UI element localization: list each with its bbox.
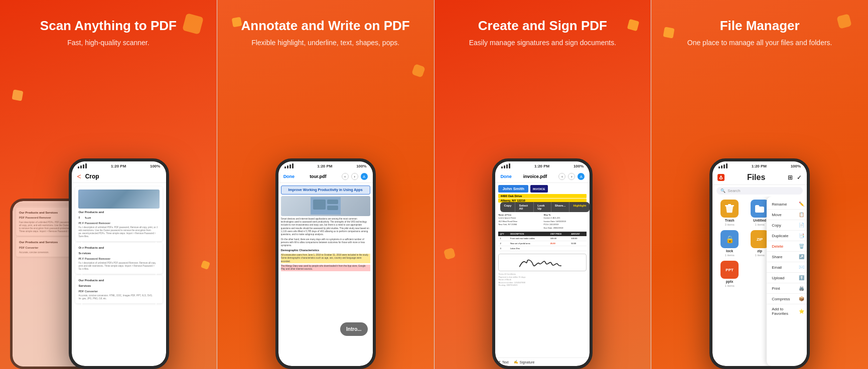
back-arrow-icon[interactable]: <	[77, 172, 81, 180]
invoice-toolbar: ‹ › A	[558, 173, 585, 180]
lock-file-size: 1 items	[725, 254, 734, 257]
phone-front-scan: 1:20 PM 100% < Crop Our Products and S	[69, 158, 169, 369]
statusbar-files: 1:20 PM 100%	[712, 161, 807, 170]
phone-files: 1:20 PM 100% Files ⊞ ✓ 🔍	[709, 158, 810, 369]
scan-title: Scan Anything to PDF	[30, 18, 187, 34]
annotate-icon-next[interactable]: ›	[351, 173, 358, 180]
statusbar-annotate: 1:20 PM 100%	[278, 161, 373, 170]
invoice-content: John Smith INVOICE 4490 Oak Drive Albany…	[495, 183, 590, 357]
invoice-row-1: 1 Front and rear brake cables 100.00 100…	[498, 236, 587, 241]
ctx-delete[interactable]: Delete 🗑️	[767, 241, 807, 252]
ctx-compress[interactable]: Compress 📦	[767, 294, 807, 304]
annotate-content: Improve Working Productivity in Using Ap…	[278, 183, 373, 366]
files-header: Files ⊞ ✓	[712, 170, 807, 185]
text-icon-item[interactable]: T Text	[498, 360, 508, 364]
time-scan: 1:20 PM	[111, 164, 126, 168]
upload-label: Upload	[772, 276, 784, 280]
lock-file-icon: 🔒	[720, 230, 739, 248]
favorites-label: Add to Favorites	[772, 307, 799, 316]
invoice-address: 4490 Oak Drive Albany, NY 12210	[498, 194, 587, 203]
invoice-icon-user[interactable]: A	[577, 173, 585, 180]
grid-icon[interactable]: ⊞	[788, 174, 793, 181]
ctx-favorites[interactable]: Add to Favorites ⭐	[767, 304, 807, 318]
invoice-nav: Done invoice.pdf ‹ › A	[495, 170, 590, 183]
ctx-select-all[interactable]: Select All	[515, 202, 534, 212]
check-icon[interactable]: ✓	[797, 174, 802, 181]
battery-files: 100%	[791, 164, 801, 168]
trash-folder-icon	[720, 200, 739, 218]
annotate-icon-user[interactable]: A	[361, 173, 368, 180]
rename-label: Rename	[772, 202, 787, 207]
ctx-email[interactable]: Email ✉️	[767, 262, 807, 273]
deco-square-3	[201, 260, 210, 270]
svg-rect-6	[728, 204, 731, 206]
doc-image	[78, 190, 160, 209]
sign-subtitle: Easily manage signatures and sign docume…	[454, 38, 631, 48]
ctx-print[interactable]: Print 🖨️	[767, 283, 807, 294]
duplicate-label: Duplicate	[772, 234, 788, 238]
search-placeholder: Search	[728, 189, 740, 193]
files-search-bar[interactable]: 🔍 Search	[716, 187, 803, 195]
ctx-highlight[interactable]: Highlight	[569, 202, 590, 212]
statusbar-scan: 1:20 PM 100%	[72, 161, 166, 170]
invoice-icon-next[interactable]: ›	[568, 173, 575, 180]
copy-icon: 📄	[799, 223, 804, 228]
annotate-toolbar: ‹ › A	[342, 173, 368, 180]
ctx-share[interactable]: Share ↗️	[767, 252, 807, 262]
invoice-terms: Terms & Conditions Payment is due within…	[498, 273, 587, 287]
share-label: Share	[772, 255, 782, 259]
svg-rect-3	[327, 206, 338, 210]
ctx-upload[interactable]: Upload ⬆️	[767, 273, 807, 283]
ctx-copy[interactable]: Copy 📄	[767, 220, 807, 231]
demographic-text-pink: The Allergy Diary was used by people who…	[281, 265, 370, 271]
ctx-share[interactable]: Share...	[551, 202, 570, 212]
article-body-1: Smart devices and internet-based applica…	[281, 218, 370, 237]
section-sign: Create and Sign PDF Easily manage signat…	[435, 0, 651, 369]
invoice-row-2: 2 New set of pedal arms 25.00 50.00	[498, 241, 587, 246]
th-qty: QTY	[498, 232, 509, 236]
files-main-title: Files	[747, 173, 765, 182]
svg-rect-1	[313, 200, 326, 210]
annotate-subtitle: Flexible highlight, underline, text, sha…	[236, 38, 414, 48]
rename-icon: ✏️	[799, 202, 804, 207]
email-icon: ✉️	[799, 265, 804, 270]
file-item-trash[interactable]: Trash 3 items	[716, 200, 743, 226]
move-label: Move	[772, 213, 782, 217]
zip-file-name: zip	[757, 249, 762, 253]
lock-file-name: lock	[726, 249, 733, 253]
file-item-lock[interactable]: 🔒 lock 1 items	[716, 230, 743, 257]
ctx-look-up[interactable]: Look Up	[534, 202, 551, 212]
files-header-icons: ⊞ ✓	[788, 174, 802, 181]
invoice-done-btn[interactable]: Done	[500, 174, 512, 179]
annotate-icon-prev[interactable]: ‹	[342, 173, 349, 180]
deco-sq-s1	[627, 19, 639, 31]
time-annotate: 1:20 PM	[317, 164, 332, 168]
invoice-filename: invoice.pdf	[523, 174, 547, 179]
trash-folder-name: Trash	[725, 219, 735, 222]
crop-overlay[interactable]	[81, 217, 157, 355]
zip-file-size: 1 items	[755, 254, 764, 257]
th-price: UNIT PRICE	[549, 232, 569, 236]
article-image	[281, 196, 370, 216]
print-label: Print	[772, 286, 780, 291]
scan-subtitle: Fast, high-quality scanner.	[52, 38, 164, 48]
crop-corner-bl	[80, 352, 85, 357]
ctx-copy[interactable]: Copy	[500, 202, 515, 212]
share-icon: ↗️	[799, 254, 804, 259]
sig-icon: ✍	[514, 360, 518, 364]
crop-corner-br	[153, 352, 158, 357]
th-amount: AMOUNT	[569, 232, 587, 236]
delete-label: Delete	[772, 244, 783, 249]
annotate-done-btn[interactable]: Done	[283, 174, 295, 179]
file-item-pptx[interactable]: PPT pptx 1 items	[716, 261, 743, 287]
search-icon: 🔍	[720, 189, 726, 193]
ctx-rename[interactable]: Rename ✏️	[767, 199, 807, 210]
zip-file-icon: ZIP	[751, 230, 769, 248]
signature-icon-item[interactable]: ✍ Signature	[514, 360, 535, 364]
sign-title: Create and Sign PDF	[468, 18, 617, 34]
delete-icon: 🗑️	[799, 244, 804, 249]
ctx-duplicate[interactable]: Duplicate 📑	[767, 231, 807, 241]
invoice-icon-prev[interactable]: ‹	[558, 173, 565, 180]
ctx-move[interactable]: Move 📋	[767, 210, 807, 220]
upload-icon: ⬆️	[799, 275, 804, 280]
